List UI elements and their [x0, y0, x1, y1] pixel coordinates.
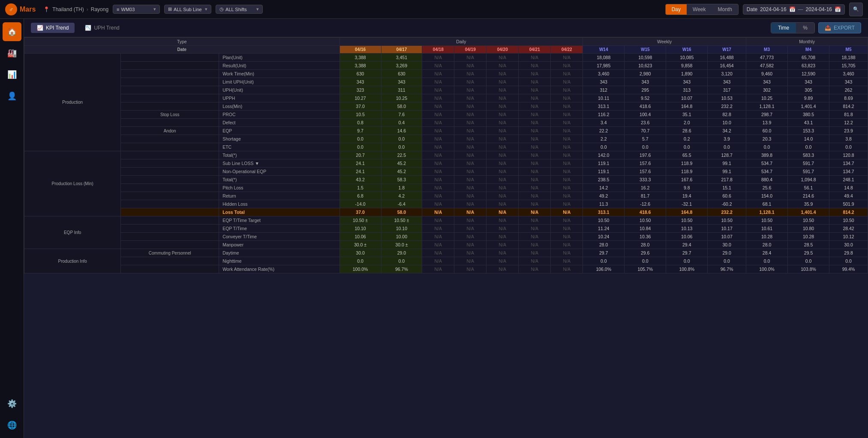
export-button[interactable]: 📤 EXPORT	[818, 22, 861, 33]
weekly-cell: 96.7%	[708, 265, 746, 273]
weekly-cell: 343	[625, 78, 666, 86]
monthly-cell: 29.5	[788, 249, 829, 257]
daily-cell: 100.0%	[339, 265, 381, 273]
subgroup-empty	[121, 208, 219, 216]
kpi-trend-button[interactable]: 📈 KPI Trend	[31, 23, 75, 33]
row-label: Plan(Unit)	[219, 54, 339, 62]
weekly-cell: 119.1	[583, 168, 625, 176]
daily-cell: -6.4	[381, 200, 422, 208]
subline-dropdown[interactable]: ⊞ ALL Sub Line ▾	[164, 5, 211, 14]
date-0419: 04/19	[454, 46, 487, 54]
data-table: Type Daily Weekly Monthly Date 04/16 04/…	[24, 37, 868, 273]
daily-cell: 10.27	[339, 94, 381, 102]
wm-dropdown[interactable]: ≡ WM03 ▾	[113, 5, 160, 14]
monthly-cell: 29.8	[829, 249, 868, 257]
weekly-cell: 30.0	[708, 241, 746, 249]
monthly-cell: 10.12	[829, 233, 868, 241]
sidebar-item-settings[interactable]: ⚙️	[3, 394, 21, 413]
daily-cell: 9.7	[339, 127, 381, 135]
monthly-cell: 343	[829, 78, 868, 86]
sidebar: 🏠 🏭 📊 👤 ⚙️ 🌐	[0, 19, 24, 438]
monthly-cell: 28.0	[746, 241, 788, 249]
weekly-cell: 418.6	[625, 208, 666, 216]
daily-cell: N/A	[454, 94, 487, 102]
weekly-cell: 1,890	[666, 70, 708, 78]
weekly-cell: 29.0	[708, 249, 746, 257]
calendar-icon-right[interactable]: 📅	[835, 6, 841, 12]
weekly-cell: 100.4	[625, 111, 666, 119]
monthly-cell: 0.0	[746, 143, 788, 151]
daily-cell: N/A	[519, 233, 551, 241]
monthly-cell: 47,773	[746, 54, 788, 62]
calendar-icon[interactable]: 📅	[789, 6, 796, 12]
daily-cell: N/A	[422, 151, 454, 159]
daily-cell: 58.0	[381, 102, 422, 111]
w16-header: W16	[666, 46, 708, 54]
monthly-cell: 81.8	[829, 111, 868, 119]
weekly-cell: 11.3	[583, 200, 625, 208]
daily-cell: N/A	[422, 143, 454, 151]
monthly-cell: 583.3	[788, 151, 829, 159]
day-button[interactable]: Day	[666, 4, 687, 15]
daily-cell: N/A	[422, 62, 454, 70]
search-button[interactable]: 🔍	[849, 3, 863, 16]
time-button[interactable]: Time	[771, 23, 796, 33]
daily-cell: N/A	[551, 70, 583, 78]
monthly-cell: 49.4	[829, 192, 868, 200]
daily-cell: 37.0	[339, 208, 381, 216]
weekly-cell: 295	[625, 86, 666, 94]
daily-cell: 10.06	[339, 233, 381, 241]
daily-cell: N/A	[454, 192, 487, 200]
table-row: Production InfoCommuting PersonnelDaytim…	[24, 249, 868, 257]
daily-cell: 14.6	[381, 127, 422, 135]
weekly-cell: 10.11	[583, 94, 625, 102]
monthly-cell: 591.7	[788, 159, 829, 168]
monthly-cell: 1,401.4	[788, 102, 829, 111]
table-row: Production Loss (Min)Total(*)20.722.5N/A…	[24, 151, 868, 159]
week-button[interactable]: Week	[687, 4, 712, 15]
subgroup-label: Andon	[121, 127, 219, 135]
sidebar-item-user[interactable]: 👤	[3, 87, 21, 105]
daily-cell: N/A	[519, 225, 551, 233]
percent-button[interactable]: %	[796, 23, 814, 33]
daily-cell: N/A	[487, 192, 519, 200]
row-label: Total(*)	[219, 151, 339, 159]
subgroup-empty	[121, 119, 219, 127]
monthly-cell: 10.25	[746, 94, 788, 102]
uph-trend-button[interactable]: 📉 UPH Trend	[79, 23, 125, 33]
sidebar-item-home[interactable]: 🏠	[3, 22, 21, 41]
month-button[interactable]: Month	[712, 4, 738, 15]
weekly-cell: 15.1	[708, 184, 746, 192]
weekly-cell: 106.0%	[583, 265, 625, 273]
daily-cell: N/A	[519, 159, 551, 168]
weekly-header: Weekly	[583, 38, 746, 46]
row-label: Pitch Loss	[219, 184, 339, 192]
row-label: Work Attendance Rate(%)	[219, 265, 339, 273]
daily-cell: N/A	[422, 257, 454, 265]
table-body: ProductionPlan(Unit)3,3883,451N/AN/AN/AN…	[24, 54, 868, 273]
time-percent-toggle: Time %	[771, 22, 815, 33]
shift-dropdown[interactable]: ◷ ALL Shifts ▾	[216, 5, 263, 14]
weekly-cell: 128.7	[708, 151, 746, 159]
weekly-cell: 100.8%	[666, 265, 708, 273]
monthly-cell: 134.7	[829, 168, 868, 176]
daily-cell: N/A	[551, 216, 583, 225]
logo-icon: ♂	[5, 3, 17, 15]
weekly-cell: 10.06	[666, 233, 708, 241]
weekly-cell: 10.50	[666, 216, 708, 225]
daily-cell: N/A	[422, 168, 454, 176]
weekly-cell: 3.9	[708, 135, 746, 143]
group-label: EQP Info	[24, 216, 121, 249]
weekly-cell: 28.6	[666, 127, 708, 135]
monthly-cell: 262	[829, 86, 868, 94]
sidebar-item-chart[interactable]: 📊	[3, 65, 21, 84]
monthly-cell: 20.3	[746, 135, 788, 143]
row-label: Hidden Loss	[219, 200, 339, 208]
daily-cell: N/A	[422, 225, 454, 233]
subgroup-empty	[121, 102, 219, 111]
daily-cell: N/A	[422, 86, 454, 94]
sidebar-item-flag[interactable]: 🌐	[3, 416, 21, 435]
data-table-wrapper[interactable]: Type Daily Weekly Monthly Date 04/16 04/…	[24, 37, 868, 438]
table-row: Manpower30.0 ±30.0 ±N/AN/AN/AN/AN/A28.02…	[24, 241, 868, 249]
sidebar-item-factory[interactable]: 🏭	[3, 44, 21, 63]
